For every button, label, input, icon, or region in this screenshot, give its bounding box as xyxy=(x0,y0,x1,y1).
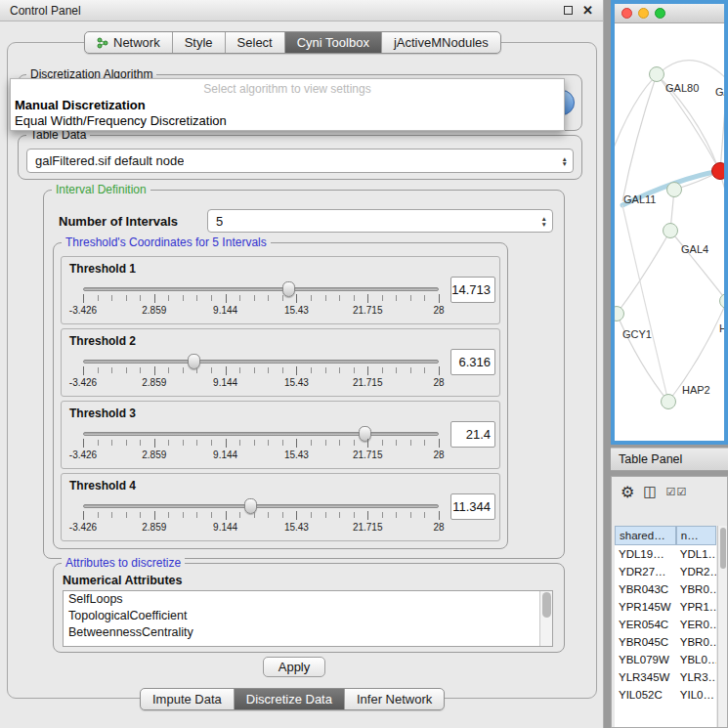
tick-mark xyxy=(226,511,227,520)
attribute-list-item[interactable]: TopologicalCoefficient xyxy=(64,608,552,624)
table-row[interactable]: YBR045CYBR0… xyxy=(615,633,716,651)
number-of-intervals-combobox[interactable]: 5 xyxy=(207,209,553,233)
tick-label: -3.426 xyxy=(69,377,97,388)
tab-discretize-data[interactable]: Discretize Data xyxy=(235,689,345,709)
tab-style[interactable]: Style xyxy=(173,32,226,53)
tab-infer-network[interactable]: Infer Network xyxy=(345,689,444,709)
tick-mark xyxy=(367,294,368,303)
minor-ticks xyxy=(83,367,439,373)
tab-select[interactable]: Select xyxy=(226,32,285,53)
table-cell: YBR0… xyxy=(676,633,716,651)
threshold-value-field[interactable]: 14.713 xyxy=(450,277,495,303)
threshold-value-field[interactable]: 6.316 xyxy=(450,349,495,375)
tick-label: 2.859 xyxy=(142,305,166,316)
threshold-value-field[interactable]: 11.344 xyxy=(450,493,495,520)
threshold-value-field[interactable]: 21.4 xyxy=(450,421,495,448)
threshold-1-panel: Threshold 1 -3.4262.8599.14415.4321.7152… xyxy=(61,256,500,324)
table-row[interactable]: YBL079WYBL0… xyxy=(615,651,716,668)
network-node[interactable] xyxy=(661,394,676,409)
minor-ticks xyxy=(83,440,439,446)
tick-mark xyxy=(367,511,368,520)
slider-track[interactable] xyxy=(83,287,439,291)
tab-label: Impute Data xyxy=(152,692,222,707)
close-icon[interactable] xyxy=(582,4,593,17)
tab-jactivemnodules[interactable]: jActiveMNodules xyxy=(382,32,500,53)
network-view-window: GAL80GAGAL11GAL4GCY1HHAP2 xyxy=(611,0,728,445)
tab-label: Style xyxy=(185,35,213,50)
threshold-label: Threshold 3 xyxy=(69,407,136,420)
stepper-icon xyxy=(541,216,547,227)
tick-mark xyxy=(296,511,297,520)
slider-track[interactable] xyxy=(83,432,439,436)
scrollbar-thumb[interactable] xyxy=(720,528,726,569)
table-data-combobox[interactable]: galFiltered.sif default node xyxy=(26,149,574,173)
tab-label: Select xyxy=(237,35,273,50)
network-node[interactable] xyxy=(666,182,682,197)
network-icon xyxy=(97,37,108,49)
table-header-row: shared… n… xyxy=(615,526,716,545)
network-node-selected[interactable] xyxy=(711,162,724,180)
tab-cyni-toolbox[interactable]: Cyni Toolbox xyxy=(285,32,382,53)
column-header-name[interactable]: n… xyxy=(676,526,716,545)
stepper-icon xyxy=(562,155,568,166)
columns-icon[interactable]: ◫ xyxy=(643,483,657,500)
slider-ticks: -3.4262.8599.14415.4321.71528 xyxy=(83,366,439,392)
dropdown-option-manual-discretization[interactable]: Manual Discretization xyxy=(11,98,564,113)
control-panel-titlebar: Control Panel xyxy=(0,0,603,21)
column-header-shared[interactable]: shared… xyxy=(615,526,676,545)
tick-label: 9.144 xyxy=(213,450,237,460)
gear-icon[interactable]: ⚙ xyxy=(621,483,634,501)
select-columns-checkboxes-icon[interactable]: ☑☑ xyxy=(666,486,688,498)
table-cell: YBR045C xyxy=(615,633,676,651)
list-scrollbar[interactable] xyxy=(539,591,552,646)
table-row[interactable]: YLR345WYLR3… xyxy=(615,668,716,686)
table-row[interactable]: YPR145WYPR1… xyxy=(615,598,716,616)
table-row[interactable]: YBR043CYBR0… xyxy=(615,580,716,598)
tick-mark xyxy=(439,439,440,448)
network-node[interactable] xyxy=(649,66,664,82)
scrollbar-thumb[interactable] xyxy=(542,592,551,618)
dropdown-option-equal-width-frequency[interactable]: Equal Width/Frequency Discretization xyxy=(11,113,564,129)
table-cell: YIL052C xyxy=(615,686,676,704)
slider-track[interactable] xyxy=(83,504,439,508)
table-row[interactable]: YER054CYER0… xyxy=(615,616,716,633)
network-node-label: H xyxy=(719,322,724,334)
attribute-list-item[interactable]: SelfLoops xyxy=(64,591,552,608)
table-cell: YPR1… xyxy=(676,598,716,616)
network-node-label: GAL11 xyxy=(623,193,656,205)
table-panel-title: Table Panel xyxy=(619,452,682,466)
network-node-label: GA xyxy=(715,86,724,98)
threshold-4-panel: Threshold 4 -3.4262.8599.14415.4321.7152… xyxy=(61,473,500,541)
table-row[interactable]: YIL052CYIL0… xyxy=(615,686,716,704)
attribute-list-item[interactable]: BetweennessCentrality xyxy=(64,624,552,641)
slider-track[interactable] xyxy=(83,360,439,364)
tab-impute-data[interactable]: Impute Data xyxy=(141,689,235,709)
table-cell: YER054C xyxy=(615,616,676,633)
minimize-icon[interactable] xyxy=(564,6,573,15)
threshold-3-slider[interactable]: -3.4262.8599.14415.4321.71528 xyxy=(83,425,439,466)
tick-mark xyxy=(154,439,155,448)
mac-minimize-icon[interactable] xyxy=(638,8,649,19)
tick-label: 21.715 xyxy=(353,305,383,316)
network-node-label: GCY1 xyxy=(622,328,652,340)
minor-ticks xyxy=(83,512,439,518)
tab-network[interactable]: Network xyxy=(85,32,173,53)
apply-button[interactable]: Apply xyxy=(263,657,325,677)
table-row[interactable]: YDR27…YDR2… xyxy=(615,563,716,580)
mac-close-icon[interactable] xyxy=(621,8,632,19)
network-canvas[interactable]: GAL80GAGAL11GAL4GCY1HHAP2 xyxy=(615,23,724,438)
table-cell: YIL0… xyxy=(676,686,716,704)
threshold-4-slider[interactable]: -3.4262.8599.14415.4321.71528 xyxy=(83,497,439,538)
network-node[interactable] xyxy=(663,223,678,238)
threshold-2-slider[interactable]: -3.4262.8599.14415.4321.71528 xyxy=(83,353,439,394)
mac-zoom-icon[interactable] xyxy=(655,8,665,19)
tick-mark xyxy=(83,366,84,375)
numerical-attributes-list[interactable]: SelfLoopsTopologicalCoefficientBetweenne… xyxy=(63,590,553,647)
control-panel-window: Control Panel Network Style xyxy=(0,0,604,728)
tab-label: Infer Network xyxy=(357,692,432,707)
threshold-1-slider[interactable]: -3.4262.8599.14415.4321.71528 xyxy=(83,280,439,321)
table-row[interactable]: YDL19…YDL1… xyxy=(615,545,716,563)
tick-label: 21.715 xyxy=(353,450,383,460)
table-scrollbar[interactable] xyxy=(717,526,727,727)
number-of-intervals-label: Number of Intervals xyxy=(59,214,178,229)
